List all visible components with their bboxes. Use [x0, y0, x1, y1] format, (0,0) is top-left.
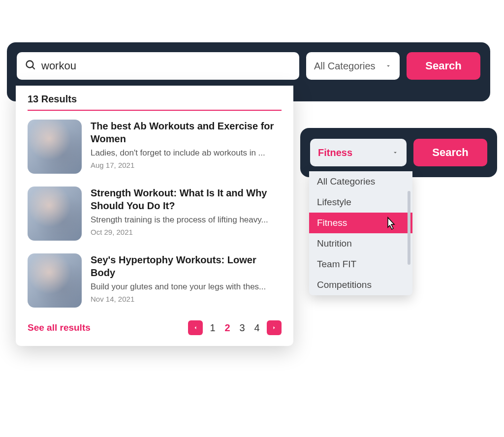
- search-button[interactable]: Search: [407, 52, 480, 80]
- result-thumbnail: [28, 187, 82, 241]
- result-thumbnail: [28, 120, 82, 174]
- search-results-dropdown: 13 Results The best Ab Workouts and Exer…: [16, 86, 293, 346]
- category-option-selected[interactable]: Fitness: [309, 213, 412, 233]
- result-item[interactable]: Sey's Hypertophy Workouts: Lower Body Bu…: [28, 253, 282, 308]
- next-page-button[interactable]: [267, 320, 282, 335]
- result-date: Nov 14, 2021: [91, 295, 282, 303]
- scrollbar[interactable]: [408, 191, 410, 265]
- search-button[interactable]: Search: [413, 139, 487, 166]
- svg-line-1: [32, 67, 35, 69]
- result-desc: Ladies, don't forget to include ab worko…: [91, 148, 282, 158]
- category-filter-panel: Fitness Search: [300, 128, 497, 177]
- chevron-down-icon: [385, 61, 392, 72]
- search-input[interactable]: [41, 60, 291, 72]
- dropdown-footer: See all results 1 2 3 4: [28, 320, 282, 335]
- result-date: Aug 17, 2021: [91, 161, 282, 169]
- category-option[interactable]: Team FIT: [309, 254, 412, 275]
- pagination: 1 2 3 4: [188, 320, 282, 335]
- page-number[interactable]: 4: [252, 322, 262, 334]
- search-input-wrap[interactable]: [17, 52, 299, 80]
- result-item[interactable]: The best Ab Workouts and Exercise for Wo…: [28, 120, 282, 174]
- category-option[interactable]: Lifestyle: [309, 192, 412, 213]
- result-title: The best Ab Workouts and Exercise for Wo…: [91, 120, 282, 145]
- page-number[interactable]: 3: [237, 322, 247, 334]
- category-option[interactable]: All Categories: [309, 171, 412, 192]
- page-number[interactable]: 1: [208, 322, 218, 334]
- see-all-link[interactable]: See all results: [28, 322, 91, 333]
- result-thumbnail: [28, 253, 82, 308]
- category-option[interactable]: Competitions: [309, 275, 412, 295]
- prev-page-button[interactable]: [188, 320, 203, 335]
- category-options-menu: All Categories Lifestyle Fitness Nutriti…: [309, 171, 412, 295]
- search-icon: [25, 59, 36, 73]
- result-item[interactable]: Strength Workout: What Is It and Why Sho…: [28, 187, 282, 241]
- result-title: Strength Workout: What Is It and Why Sho…: [91, 187, 282, 212]
- category-select[interactable]: All Categories: [306, 52, 400, 80]
- result-body: The best Ab Workouts and Exercise for Wo…: [91, 120, 282, 174]
- result-body: Strength Workout: What Is It and Why Sho…: [91, 187, 282, 241]
- category-select-open[interactable]: Fitness: [310, 139, 407, 166]
- result-title: Sey's Hypertophy Workouts: Lower Body: [91, 253, 282, 279]
- result-desc: Strength training is the process of lift…: [91, 215, 282, 225]
- page-number[interactable]: 2: [222, 322, 232, 334]
- category-option[interactable]: Nutrition: [309, 233, 412, 254]
- result-date: Oct 29, 2021: [91, 228, 282, 236]
- category-select-label: Fitness: [318, 147, 352, 158]
- result-desc: Build your glutes and tone your legs wit…: [91, 282, 282, 292]
- category-select-label: All Categories: [314, 61, 376, 72]
- result-body: Sey's Hypertophy Workouts: Lower Body Bu…: [91, 253, 282, 308]
- results-count: 13 Results: [28, 94, 282, 111]
- chevron-down-icon: [392, 147, 399, 158]
